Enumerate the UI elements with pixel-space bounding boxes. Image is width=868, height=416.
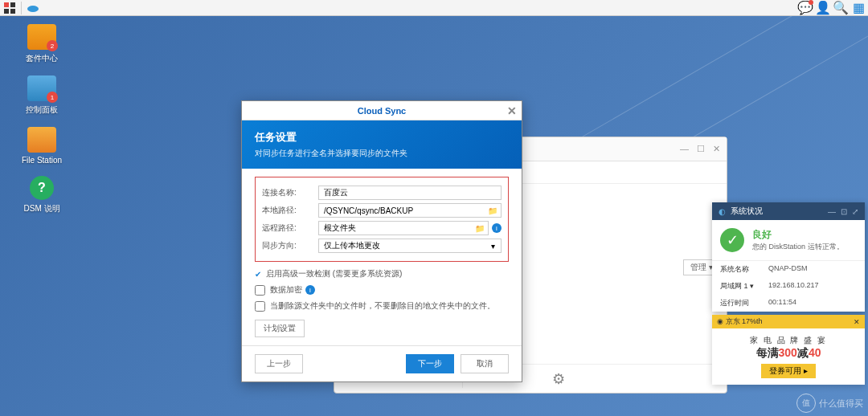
status-row: 运行时间00:11:54	[712, 295, 865, 312]
watermark-text: 什么值得买	[819, 398, 863, 410]
taskbar-cloudsync-icon[interactable]	[27, 2, 39, 14]
ad-line2: 每满300减40	[719, 346, 858, 361]
label-connection-name: 连接名称:	[262, 187, 318, 198]
folder-icon[interactable]: 📁	[474, 222, 485, 234]
schedule-settings-button[interactable]: 计划设置	[255, 320, 305, 337]
minimize-icon[interactable]: —	[828, 207, 836, 216]
form-highlight-box: 连接名称: 百度云 本地路径: /QSYNC/qsync/BACKUP📁 远程路…	[255, 177, 509, 262]
svg-rect-2	[4, 9, 9, 14]
dialog-header: 任务设置 对同步任务进行全名并选择要同步的文件夹	[242, 120, 522, 169]
icon-label: DSM 说明	[24, 203, 60, 214]
checkbox-encrypt[interactable]: 数据加密 i	[255, 284, 509, 296]
status-ok-icon: ✓	[720, 228, 744, 252]
dialog-titlebar[interactable]: Cloud Sync ✕	[242, 101, 522, 120]
cloud-sync-dialog: Cloud Sync ✕ 任务设置 对同步任务进行全名并选择要同步的文件夹 连接…	[241, 100, 522, 382]
svg-rect-3	[10, 9, 15, 14]
prev-button[interactable]: 上一步	[255, 354, 303, 373]
watermark: 值 什么值得买	[796, 394, 863, 413]
svg-rect-1	[10, 2, 15, 7]
next-button[interactable]: 下一步	[406, 354, 454, 373]
svg-rect-0	[4, 2, 9, 7]
gear-icon[interactable]: ⚙	[552, 370, 565, 388]
divider	[21, 2, 22, 14]
desktop-icon-control-panel[interactable]: 1 控制面板	[16, 75, 68, 116]
info-icon[interactable]: i	[305, 285, 315, 295]
minimize-icon[interactable]: —	[680, 144, 689, 154]
icon-label: 套件中心	[26, 53, 58, 64]
status-icon: ◐	[719, 207, 726, 216]
pin-icon[interactable]: ⊡	[841, 207, 847, 216]
input-remote-path[interactable]: 根文件夹📁	[318, 221, 489, 235]
folder-icon[interactable]: 📁	[487, 205, 498, 216]
input-local-path[interactable]: /QSYNC/qsync/BACKUP📁	[318, 203, 502, 218]
desktop-icon-package-center[interactable]: 2 套件中心	[16, 24, 68, 64]
dialog-title: Cloud Sync	[358, 106, 407, 116]
ad-button[interactable]: 登券可用 ▸	[761, 364, 816, 378]
taskbar-apps-icon[interactable]	[3, 2, 16, 14]
status-desc: 您的 DiskStation 运转正常。	[752, 242, 844, 252]
info-icon[interactable]: i	[492, 223, 502, 233]
chevron-down-icon: ▾	[487, 240, 498, 251]
desktop-icons: 2 套件中心 1 控制面板 File Station ? DSM 说明	[16, 24, 68, 214]
desktop-icon-dsm-help[interactable]: ? DSM 说明	[16, 176, 68, 214]
maximize-icon[interactable]: ☐	[697, 144, 705, 154]
checkbox-advanced-check[interactable]: ✔ 启用高级一致检测 (需要更多系统资源)	[255, 268, 509, 279]
system-status-widget: ◐ 系统状况 — ⊡ ⤢ ✓ 良好 您的 DiskStation 运转正常。 系…	[712, 202, 865, 312]
ad-line1: 家 电 品 牌 盛 宴	[719, 335, 858, 346]
svg-point-4	[27, 6, 39, 12]
close-icon[interactable]: ✕	[713, 144, 720, 154]
select-sync-direction[interactable]: 仅上传本地更改▾	[318, 239, 502, 253]
icon-label: 控制面板	[26, 104, 58, 116]
ad-widget: ◉ 京东 17%th ✕ 家 电 品 牌 盛 宴 每满300减40 登券可用 ▸	[712, 315, 865, 385]
expand-icon[interactable]: ⤢	[852, 207, 858, 216]
status-title: 系统状况	[731, 206, 763, 217]
status-header[interactable]: ◐ 系统状况 — ⊡ ⤢	[712, 202, 865, 220]
taskbar-search-icon[interactable]: 🔍	[834, 2, 847, 14]
header-subtitle: 对同步任务进行全名并选择要同步的文件夹	[255, 148, 509, 159]
ad-source: ◉ 京东 17%th	[717, 316, 763, 327]
ad-close-icon[interactable]: ✕	[854, 318, 860, 326]
watermark-badge: 值	[796, 394, 816, 413]
status-good: 良好	[752, 228, 844, 242]
input-connection-name[interactable]: 百度云	[318, 186, 502, 200]
checkbox-delete-note[interactable]: 当删除源文件夹中的文件时，不要删除目的地文件夹中的文件。	[255, 300, 509, 312]
icon-label: File Station	[22, 156, 62, 165]
status-row: 局域网 1 ▾192.168.10.217	[712, 278, 865, 295]
taskbar-notification-icon[interactable]: 💬	[799, 2, 812, 14]
header-title: 任务设置	[255, 130, 509, 145]
taskbar-widgets-icon[interactable]: ▦	[852, 2, 865, 14]
taskbar: 💬 👤 🔍 ▦	[0, 0, 868, 16]
badge: 1	[47, 92, 58, 103]
taskbar-user-icon[interactable]: 👤	[817, 2, 829, 14]
cancel-button[interactable]: 取消	[461, 354, 509, 373]
label-local-path: 本地路径:	[262, 205, 318, 216]
chevron-down-icon: ▾	[750, 282, 754, 290]
status-row: 系统名称QNAP-DSM	[712, 261, 865, 278]
desktop-icon-file-station[interactable]: File Station	[16, 127, 68, 165]
close-icon[interactable]: ✕	[507, 104, 517, 117]
label-sync-direction: 同步方向:	[262, 240, 318, 251]
badge: 2	[47, 40, 58, 51]
label-remote-path: 远程路径:	[262, 222, 318, 234]
